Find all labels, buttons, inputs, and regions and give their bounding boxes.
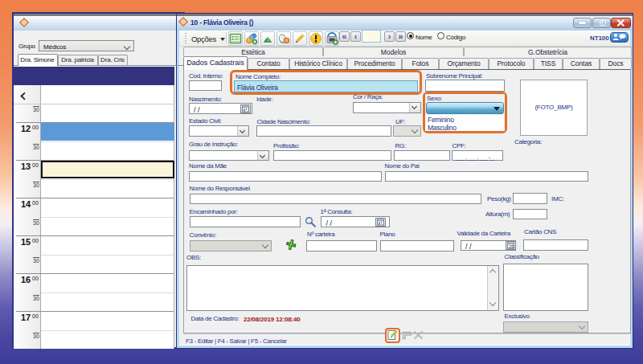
svg-text:15: 15 <box>509 243 514 248</box>
